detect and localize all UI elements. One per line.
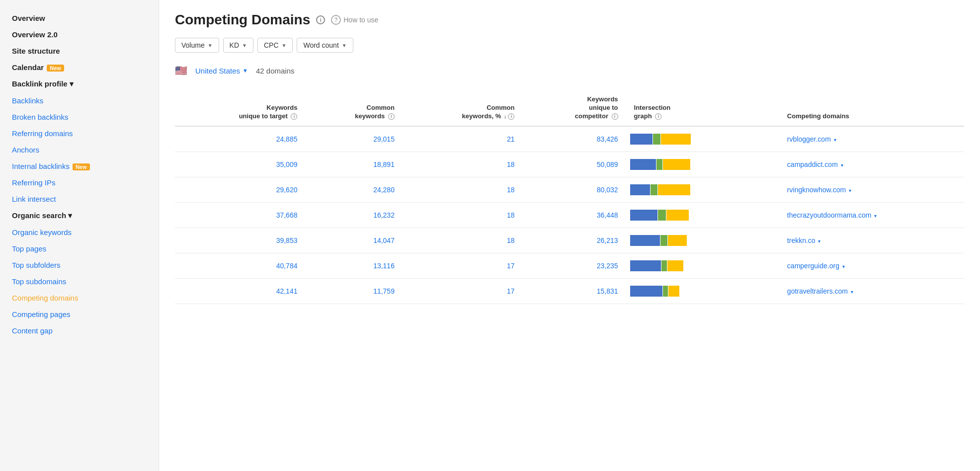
sidebar-item-referring-domains[interactable]: Referring domains [0,125,159,142]
sidebar-item-label: Referring domains [12,129,73,138]
sidebar-item-referring-ips[interactable]: Referring IPs [0,174,159,191]
sidebar-item-content-gap[interactable]: Content gap [0,322,159,339]
sidebar-item-calendar[interactable]: CalendarNew [0,59,159,76]
cell-competing-domain[interactable]: camperguide.org ▾ [779,253,964,278]
sidebar-item-label: Internal backlinks [12,162,70,170]
table-header-row: Keywordsunique to target i Commonkeyword… [175,90,964,126]
cell-keywords-unique-competitor[interactable]: 83,426 [522,126,626,152]
cell-keywords-unique-target[interactable]: 39,853 [175,228,305,253]
main-content: Competing Domains i ? How to use Volume▼… [159,0,980,471]
sidebar-item-top-subdomains[interactable]: Top subdomains [0,273,159,290]
cell-keywords-unique-competitor[interactable]: 36,448 [522,202,626,228]
col-info-icon[interactable]: i [388,113,395,120]
sidebar-item-label: Content gap [12,326,53,335]
cell-intersection-graph [626,126,779,152]
filter-btn-volume[interactable]: Volume▼ [175,38,219,53]
sidebar-item-label: Top subdomains [12,277,66,286]
intersection-bar [630,260,710,271]
table-row: 29,62024,2801880,032rvingknowhow.com ▾ [175,177,964,202]
location-select[interactable]: United States ▼ [195,67,248,75]
domain-chevron-icon: ▾ [839,162,843,168]
filter-btn-cpc[interactable]: CPC▼ [257,38,293,53]
cell-keywords-unique-competitor[interactable]: 15,831 [522,278,626,304]
cell-competing-domain[interactable]: campaddict.com ▾ [779,152,964,177]
col-common-keywords: Commonkeywords i [305,90,402,126]
sidebar-item-broken-backlinks[interactable]: Broken backlinks [0,109,159,125]
sidebar-item-organic-search[interactable]: Organic search ▾ [0,207,159,224]
sidebar-item-top-subfolders[interactable]: Top subfolders [0,257,159,273]
cell-keywords-unique-competitor[interactable]: 26,213 [522,228,626,253]
cell-common-keywords-pct[interactable]: 18 [403,228,523,253]
col-info-icon[interactable]: i [655,113,661,120]
cell-competing-domain[interactable]: trekkn.co ▾ [779,228,964,253]
title-info-icon[interactable]: i [316,15,325,24]
cell-keywords-unique-target[interactable]: 37,668 [175,202,305,228]
bar-blue-segment [630,134,653,145]
bar-blue-segment [630,286,662,297]
new-badge: New [47,65,64,72]
sidebar-item-backlink-profile[interactable]: Backlink profile ▾ [0,76,159,92]
sidebar-item-anchors[interactable]: Anchors [0,142,159,158]
intersection-bar [630,210,710,221]
how-to-use-link[interactable]: ? How to use [331,15,378,25]
sidebar-item-label: Top subfolders [12,261,61,269]
cell-common-keywords[interactable]: 13,116 [305,253,402,278]
bar-blue-segment [630,159,656,170]
cell-common-keywords-pct[interactable]: 18 [403,202,523,228]
location-bar: 🇺🇸 United States ▼ 42 domains [175,65,964,77]
cell-keywords-unique-target[interactable]: 29,620 [175,177,305,202]
new-badge: New [73,163,90,170]
cell-common-keywords-pct[interactable]: 17 [403,253,523,278]
chevron-down-icon: ▼ [282,43,287,48]
filter-btn-kd[interactable]: KD▼ [223,38,253,53]
cell-competing-domain[interactable]: gotraveltrailers.com ▾ [779,278,964,304]
sidebar-item-link-intersect[interactable]: Link intersect [0,191,159,207]
col-info-icon[interactable]: i [291,113,297,120]
location-chevron-icon: ▼ [243,68,248,74]
cell-common-keywords[interactable]: 24,280 [305,177,402,202]
cell-common-keywords-pct[interactable]: 18 [403,152,523,177]
table-row: 37,66816,2321836,448thecrazyoutdoormama.… [175,202,964,228]
cell-intersection-graph [626,278,779,304]
sidebar-item-competing-pages[interactable]: Competing pages [0,306,159,322]
cell-common-keywords[interactable]: 29,015 [305,126,402,152]
sidebar-item-label: Backlinks [12,96,43,105]
cell-keywords-unique-target[interactable]: 42,141 [175,278,305,304]
sidebar-item-competing-domains[interactable]: Competing domains [0,290,159,306]
cell-common-keywords-pct[interactable]: 18 [403,177,523,202]
cell-keywords-unique-competitor[interactable]: 80,032 [522,177,626,202]
sidebar-item-overview[interactable]: Overview [0,10,159,26]
cell-competing-domain[interactable]: rvblogger.com ▾ [779,126,964,152]
table-row: 39,85314,0471826,213trekkn.co ▾ [175,228,964,253]
sidebar-item-top-pages[interactable]: Top pages [0,240,159,257]
sidebar-item-organic-keywords[interactable]: Organic keywords [0,224,159,240]
cell-competing-domain[interactable]: thecrazyoutdoormama.com ▾ [779,202,964,228]
bar-yellow-segment [668,235,687,246]
cell-keywords-unique-competitor[interactable]: 23,235 [522,253,626,278]
cell-competing-domain[interactable]: rvingknowhow.com ▾ [779,177,964,202]
sidebar-item-label: Anchors [12,146,39,154]
sidebar-item-label: Overview [12,14,45,22]
filter-btn-word-count[interactable]: Word count▼ [297,38,353,53]
sidebar-item-label: Top pages [12,244,46,253]
sidebar-item-internal-backlinks[interactable]: Internal backlinksNew [0,158,159,174]
sidebar-item-overview2[interactable]: Overview 2.0 [0,26,159,43]
cell-keywords-unique-target[interactable]: 40,784 [175,253,305,278]
table-row: 35,00918,8911850,089campaddict.com ▾ [175,152,964,177]
cell-keywords-unique-competitor[interactable]: 50,089 [522,152,626,177]
cell-common-keywords[interactable]: 14,047 [305,228,402,253]
cell-common-keywords-pct[interactable]: 17 [403,278,523,304]
cell-common-keywords[interactable]: 16,232 [305,202,402,228]
table-row: 42,14111,7591715,831gotraveltrailers.com… [175,278,964,304]
col-info-icon[interactable]: i [508,113,514,120]
us-flag-icon: 🇺🇸 [175,65,187,77]
cell-common-keywords-pct[interactable]: 21 [403,126,523,152]
col-info-icon[interactable]: i [612,113,618,120]
chevron-down-icon: ▼ [208,43,213,48]
sidebar-item-site-structure[interactable]: Site structure [0,43,159,59]
cell-common-keywords[interactable]: 18,891 [305,152,402,177]
cell-keywords-unique-target[interactable]: 24,885 [175,126,305,152]
cell-keywords-unique-target[interactable]: 35,009 [175,152,305,177]
cell-common-keywords[interactable]: 11,759 [305,278,402,304]
sidebar-item-backlinks[interactable]: Backlinks [0,92,159,109]
